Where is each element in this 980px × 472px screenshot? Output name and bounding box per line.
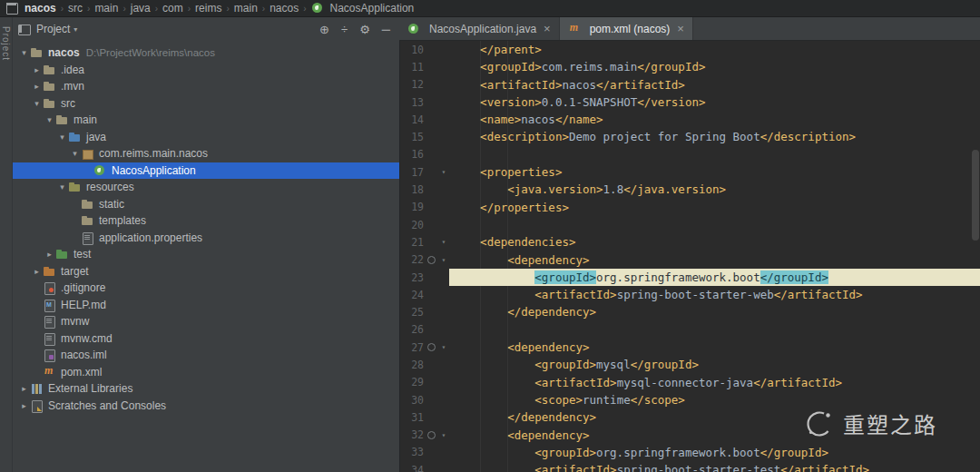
chevron-collapsed-icon[interactable]: ▸ xyxy=(31,82,43,91)
code-text[interactable]: </properties> xyxy=(449,199,980,216)
editor-tab-nacosapplication-java[interactable]: NacosApplication.java× xyxy=(399,17,560,40)
tree-item-static[interactable]: static xyxy=(13,196,399,213)
code-text[interactable]: </parent> xyxy=(449,41,980,58)
tree-item-label: java xyxy=(86,131,106,143)
code-text[interactable]: <dependencies> xyxy=(449,233,980,251)
breadcrumb-item-reims[interactable]: reims xyxy=(195,2,221,15)
tree-item-mvnw-cmd[interactable]: mvnw.cmd xyxy=(13,330,399,348)
editor-tab-pom-xml-nacos[interactable]: pom.xml (nacos)× xyxy=(560,17,693,40)
code-text[interactable] xyxy=(449,216,980,233)
code-text[interactable]: <artifactId>nacos</artifactId> xyxy=(449,76,980,93)
settings-button[interactable]: ⚙ xyxy=(359,24,370,35)
code-text[interactable]: <groupId>org.springframework.boot</group… xyxy=(449,269,980,286)
chevron-expanded-icon[interactable]: ▾ xyxy=(18,48,30,57)
tree-item-com-reims-main-nacos[interactable]: ▾com.reims.main.nacos xyxy=(13,145,399,162)
code-text[interactable]: <java.version>1.8</java.version> xyxy=(449,181,980,198)
chevron-collapsed-icon[interactable]: ▸ xyxy=(44,250,55,259)
code-text[interactable]: </dependency> xyxy=(449,303,980,320)
tree-item-application-properties[interactable]: application.properties xyxy=(13,230,399,247)
breadcrumb-item-src[interactable]: src xyxy=(68,2,83,15)
code-text[interactable]: <name>nacos</name> xyxy=(449,111,980,128)
fold-icon[interactable]: ▾ xyxy=(438,168,449,176)
tree-item-mvn[interactable]: ▸.mvn xyxy=(13,78,399,95)
tree-item-idea[interactable]: ▸.idea xyxy=(13,62,399,79)
code-text[interactable]: <artifactId>spring-boot-starter-test</ar… xyxy=(449,461,980,472)
tree-item-mvnw[interactable]: mvnw xyxy=(13,313,399,330)
chevron-expanded-icon[interactable]: ▾ xyxy=(31,99,43,108)
chevron-down-icon[interactable]: ▾ xyxy=(74,25,77,34)
tree-item-scratches-and-consoles[interactable]: ▸Scratches and Consoles xyxy=(13,398,399,415)
tree-item-label: pom.xml xyxy=(61,366,102,379)
project-panel-title[interactable]: Project xyxy=(36,23,70,35)
chevron-collapsed-icon[interactable]: ▸ xyxy=(18,401,30,410)
tree-item-gitignore[interactable]: .gitignore xyxy=(13,280,399,297)
tab-label: pom.xml (nacos) xyxy=(590,23,671,35)
tree-item-help-md[interactable]: HELP.md xyxy=(13,297,399,314)
source-folder-icon xyxy=(68,131,82,143)
tool-window-stripe-label[interactable]: Project xyxy=(1,26,11,61)
collapse-all-button[interactable]: ÷ xyxy=(341,24,348,35)
code-line-23: 23 <groupId>org.springframework.boot</gr… xyxy=(400,269,980,286)
locate-source-button[interactable]: ⊕ xyxy=(319,24,329,35)
breadcrumb-item-com[interactable]: com xyxy=(162,2,183,15)
breadcrumb-item-nacos[interactable]: nacos xyxy=(270,2,299,15)
breadcrumb-item-main[interactable]: main xyxy=(94,2,118,15)
code-text[interactable]: <properties> xyxy=(449,163,980,181)
chevron-expanded-icon[interactable]: ▾ xyxy=(44,115,55,124)
breadcrumb-item-nacosapplication[interactable]: NacosApplication xyxy=(311,2,415,15)
code-line-10: 10 </parent> xyxy=(400,41,980,58)
tree-item-main[interactable]: ▾main xyxy=(13,112,399,129)
code-text[interactable]: <dependency> xyxy=(449,251,980,269)
code-text[interactable] xyxy=(449,321,980,339)
chevron-collapsed-icon[interactable]: ▸ xyxy=(31,267,43,276)
tree-item-external-libraries[interactable]: ▸External Libraries xyxy=(13,380,399,398)
breadcrumb-item-main[interactable]: main xyxy=(234,2,258,15)
dependency-gutter-icon[interactable] xyxy=(427,256,436,264)
breadcrumb-item-nacos[interactable]: nacos xyxy=(5,2,56,15)
line-number: 34 xyxy=(400,464,424,472)
code-text[interactable]: <groupId>org.springframework.boot</group… xyxy=(449,444,980,461)
chevron-expanded-icon[interactable]: ▾ xyxy=(56,182,68,192)
tree-item-target[interactable]: ▸target xyxy=(13,263,399,280)
tree-item-templates[interactable]: templates xyxy=(13,212,399,230)
code-text[interactable] xyxy=(449,146,980,163)
close-icon[interactable]: × xyxy=(677,23,684,34)
spring-class-icon xyxy=(93,164,107,177)
fold-icon[interactable]: ▾ xyxy=(438,256,449,264)
ide-window: nacos›src›main›java›com›reims›main›nacos… xyxy=(0,0,980,472)
code-text[interactable]: <description>Demo project for Spring Boo… xyxy=(449,128,980,145)
code-text[interactable]: <groupId>mysql</groupId> xyxy=(449,356,980,373)
editor-scrollbar[interactable] xyxy=(972,150,979,241)
tree-item-resources[interactable]: ▾resources xyxy=(13,179,399,196)
breadcrumb-item-java[interactable]: java xyxy=(131,2,151,15)
code-line-16: 16 xyxy=(400,146,980,163)
dependency-gutter-icon[interactable] xyxy=(427,431,436,439)
code-text[interactable]: <dependency> xyxy=(449,339,980,356)
tree-item-src[interactable]: ▾src xyxy=(13,95,399,113)
close-icon[interactable]: × xyxy=(544,23,551,34)
code-line-22: 22▾ <dependency> xyxy=(400,251,980,269)
code-text[interactable]: <artifactId>mysql-connector-java</artifa… xyxy=(449,374,980,391)
dependency-gutter-icon[interactable] xyxy=(427,343,436,351)
tree-item-java[interactable]: ▾java xyxy=(13,129,399,146)
code-text[interactable]: <groupId>com.reims.main</groupId> xyxy=(449,58,980,75)
fold-icon[interactable]: ▾ xyxy=(438,238,449,246)
line-number: 26 xyxy=(400,323,424,336)
tree-item-nacosapplication[interactable]: NacosApplication xyxy=(13,162,399,180)
code-text[interactable]: <artifactId>spring-boot-starter-web</art… xyxy=(449,286,980,303)
code-text[interactable]: <version>0.0.1-SNAPSHOT</version> xyxy=(449,93,980,111)
chevron-collapsed-icon[interactable]: ▸ xyxy=(18,384,30,393)
fold-icon[interactable]: ▾ xyxy=(438,343,449,351)
chevron-collapsed-icon[interactable]: ▸ xyxy=(31,65,43,74)
breadcrumb-label: src xyxy=(68,2,83,15)
code-text[interactable]: <scope>runtime</scope> xyxy=(449,391,980,408)
tree-item-test[interactable]: ▸test xyxy=(13,246,399,263)
tree-item-nacos-iml[interactable]: nacos.iml xyxy=(13,347,399,364)
chevron-expanded-icon[interactable]: ▾ xyxy=(69,149,81,158)
fold-icon[interactable]: ▾ xyxy=(438,431,449,439)
tree-item-nacos[interactable]: ▾nacosD:\ProjectWork\reims\nacos xyxy=(13,44,399,62)
tree-item-pom-xml[interactable]: pom.xml xyxy=(13,364,399,381)
chevron-expanded-icon[interactable]: ▾ xyxy=(56,133,68,142)
code-line-30: 30 <scope>runtime</scope> xyxy=(400,391,980,408)
hide-panel-button[interactable]: ─ xyxy=(382,24,390,35)
